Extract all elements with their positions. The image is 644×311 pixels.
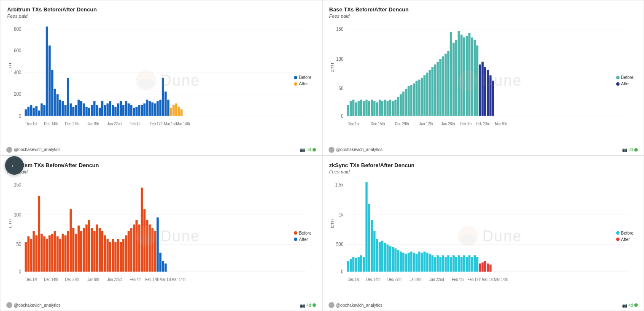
svg-rect-294 — [484, 261, 486, 272]
svg-rect-184 — [67, 231, 69, 271]
svg-rect-280 — [447, 255, 449, 272]
svg-text:Jan 9th: Jan 9th — [88, 277, 99, 281]
svg-rect-261 — [397, 250, 399, 271]
svg-rect-213 — [143, 209, 146, 272]
svg-rect-211 — [138, 224, 140, 272]
svg-rect-244 — [352, 257, 354, 272]
svg-rect-292 — [479, 263, 481, 271]
svg-rect-46 — [112, 105, 114, 116]
svg-rect-215 — [149, 224, 151, 272]
svg-text:Feb 4th: Feb 4th — [129, 277, 141, 281]
base-panel: Base TXs Before/After Dencun Fees paid D… — [322, 0, 644, 156]
svg-rect-266 — [410, 252, 412, 272]
svg-rect-71 — [178, 107, 180, 116]
svg-rect-27 — [62, 101, 64, 116]
optimism-footer: @obchakevich_analytics 📷 4d — [6, 302, 316, 308]
svg-rect-39 — [93, 101, 95, 116]
svg-rect-170 — [30, 239, 32, 271]
svg-rect-191 — [86, 224, 88, 272]
zksync-legend: Before After — [616, 231, 633, 242]
svg-rect-210 — [135, 220, 137, 271]
legend-label-before-zk: Before — [621, 231, 633, 235]
svg-rect-217 — [154, 231, 156, 271]
svg-rect-62 — [154, 103, 156, 116]
svg-rect-29 — [67, 78, 69, 116]
svg-text:Mar 14th: Mar 14th — [494, 277, 508, 281]
base-chart-area: Dune 150 100 50 0 ETH — [329, 21, 637, 141]
svg-text:Jan 22nd: Jan 22nd — [107, 277, 121, 281]
svg-rect-68 — [170, 108, 172, 116]
svg-rect-272 — [426, 252, 428, 271]
svg-text:Feb 17th: Feb 17th — [145, 277, 159, 281]
attr-text-opt: @obchakevich_analytics — [14, 303, 60, 308]
badge-text-opt: 4d — [306, 303, 311, 308]
svg-rect-220 — [162, 261, 164, 272]
optimism-chart-area: Dune 150 100 50 0 ETH — [7, 177, 315, 296]
svg-rect-182 — [62, 233, 64, 271]
svg-rect-258 — [389, 246, 391, 271]
svg-text:0: 0 — [341, 268, 343, 274]
svg-text:Dec 1st: Dec 1st — [25, 277, 38, 281]
badge-text-arbitrum: 3d — [306, 147, 311, 152]
svg-rect-267 — [413, 252, 415, 271]
svg-rect-28 — [64, 105, 66, 116]
svg-rect-290 — [473, 255, 475, 272]
svg-rect-285 — [460, 257, 462, 272]
svg-rect-188 — [78, 225, 80, 271]
svg-rect-119 — [415, 81, 418, 116]
svg-text:Mar 8th: Mar 8th — [495, 122, 507, 126]
svg-rect-13 — [25, 109, 27, 116]
svg-rect-52 — [128, 103, 130, 116]
svg-rect-291 — [476, 257, 478, 272]
svg-rect-60 — [149, 101, 151, 116]
svg-rect-189 — [80, 231, 82, 271]
svg-rect-102 — [370, 100, 372, 116]
camera-icon-opt: 📷 — [300, 303, 305, 308]
svg-rect-113 — [399, 94, 401, 116]
arbitrum-subtitle: Fees paid — [7, 14, 315, 19]
svg-rect-21 — [46, 27, 48, 116]
svg-rect-193 — [91, 228, 93, 271]
svg-rect-248 — [363, 257, 365, 272]
svg-rect-179 — [54, 231, 56, 271]
svg-rect-50 — [122, 105, 124, 116]
svg-rect-139 — [468, 33, 470, 116]
attr-avatar-opt — [6, 302, 12, 308]
optimism-panel: Optimism TXs Before/After Dencun Fees pa… — [0, 156, 322, 311]
svg-rect-274 — [431, 255, 433, 272]
svg-rect-173 — [38, 195, 40, 271]
svg-text:50: 50 — [16, 241, 22, 247]
camera-icon-base: 📷 — [622, 147, 627, 152]
svg-rect-103 — [373, 101, 375, 116]
svg-text:Dec 27th: Dec 27th — [65, 122, 79, 126]
svg-rect-144 — [481, 62, 483, 116]
svg-rect-202 — [114, 242, 116, 272]
attr-text-zk: @obchakevich_analytics — [336, 303, 383, 308]
legend-dot-after-zk — [616, 238, 620, 241]
legend-before-arbitrum: Before — [294, 75, 311, 80]
svg-rect-45 — [109, 101, 111, 116]
camera-icon-zk: 📷 — [622, 303, 627, 308]
back-button[interactable]: ← — [5, 156, 24, 175]
optimism-title: Optimism TXs Before/After Dencun — [7, 162, 315, 168]
svg-rect-131 — [447, 51, 449, 116]
svg-rect-134 — [455, 40, 457, 116]
arbitrum-chart-area: Dune 800 600 400 200 0 ETH — [7, 21, 315, 141]
dashboard: Arbitrum TXs Before/After Dencun Fees pa… — [0, 0, 644, 311]
svg-rect-64 — [159, 100, 162, 116]
svg-text:Jan 12th: Jan 12th — [419, 122, 433, 126]
optimism-badge: 📷 4d — [300, 303, 315, 308]
svg-text:1.5k: 1.5k — [335, 181, 343, 187]
svg-rect-65 — [162, 78, 164, 116]
svg-rect-262 — [399, 252, 401, 272]
svg-text:Jan 9th: Jan 9th — [88, 122, 99, 126]
svg-rect-180 — [57, 236, 59, 271]
svg-rect-252 — [373, 231, 375, 271]
svg-rect-197 — [101, 231, 103, 271]
svg-text:Dec 1st: Dec 1st — [25, 122, 38, 126]
legend-label-before-opt: Before — [299, 231, 311, 235]
svg-rect-178 — [51, 233, 53, 271]
svg-rect-106 — [381, 101, 383, 116]
svg-rect-110 — [391, 101, 393, 116]
svg-rect-44 — [107, 103, 109, 116]
